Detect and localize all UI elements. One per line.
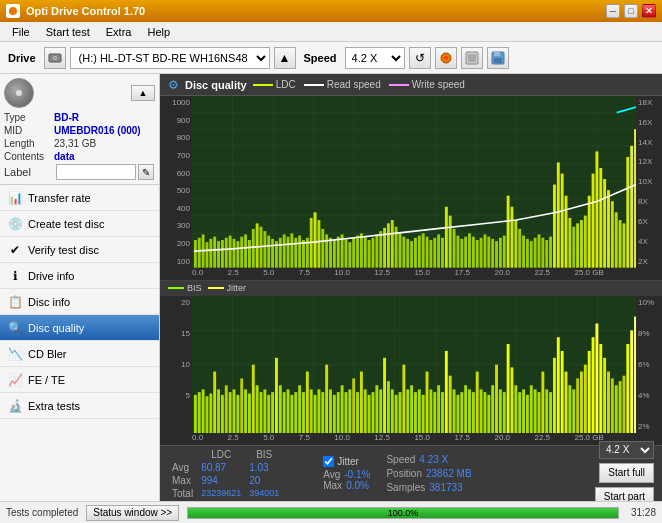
svg-rect-217	[410, 385, 413, 433]
save-button[interactable]	[487, 47, 509, 69]
svg-rect-117	[526, 239, 529, 268]
chart-legend: LDC Read speed Write speed	[253, 79, 465, 90]
minimize-button[interactable]: ─	[606, 4, 620, 18]
svg-rect-46	[252, 229, 255, 268]
sidebar-item-transfer-rate-label: Transfer rate	[28, 192, 91, 204]
disc-icon	[4, 78, 34, 108]
max-row-label: Max	[168, 474, 197, 487]
sidebar-item-disc-info[interactable]: 📋 Disc info	[0, 289, 159, 315]
status-window-button[interactable]: Status window >>	[86, 505, 179, 521]
upper-chart	[192, 96, 636, 268]
svg-rect-204	[360, 371, 363, 433]
svg-rect-173	[240, 378, 243, 433]
svg-rect-223	[433, 392, 436, 433]
svg-rect-169	[225, 385, 228, 433]
jitter-checkbox[interactable]	[323, 456, 334, 467]
svg-rect-244	[514, 385, 517, 433]
y-axis-right-upper: 18X16X14X12X10X8X6X4X2X	[636, 96, 662, 268]
start-full-button[interactable]: Start full	[599, 463, 654, 483]
scan-button[interactable]	[461, 47, 483, 69]
sidebar-item-extra-tests[interactable]: 🔬 Extra tests	[0, 393, 159, 419]
menu-file[interactable]: File	[4, 24, 38, 40]
sidebar-item-drive-info[interactable]: ℹ Drive info	[0, 263, 159, 289]
svg-rect-101	[464, 237, 467, 268]
svg-rect-253	[549, 392, 552, 433]
svg-rect-252	[545, 389, 548, 433]
svg-rect-31	[194, 240, 197, 268]
chart-title: Disc quality	[185, 79, 247, 91]
svg-rect-96	[445, 207, 448, 268]
svg-rect-70	[345, 239, 348, 268]
svg-rect-66	[329, 238, 332, 268]
drive-label: Drive	[4, 52, 40, 64]
svg-rect-89	[418, 236, 421, 268]
svg-rect-141	[619, 220, 622, 268]
svg-rect-172	[236, 395, 239, 433]
svg-rect-77	[372, 238, 375, 268]
svg-rect-188	[298, 385, 301, 433]
speed-select-stats[interactable]: 4.2 X	[599, 441, 654, 459]
sidebar-item-transfer-rate[interactable]: 📊 Transfer rate	[0, 185, 159, 211]
svg-rect-215	[402, 364, 405, 433]
lower-chart	[192, 296, 636, 433]
svg-rect-136	[599, 168, 602, 268]
y-axis-left-upper: 1000900800700600500400300200100	[160, 96, 192, 268]
svg-rect-137	[603, 179, 606, 268]
disc-eject-btn[interactable]: ▲	[131, 85, 155, 101]
avg-row-label: Avg	[168, 461, 197, 474]
ldc-col-header: LDC	[197, 448, 245, 461]
samples-label: Samples	[386, 482, 425, 493]
speed-select[interactable]: 4.2 X	[345, 47, 405, 69]
svg-rect-179	[263, 389, 266, 433]
svg-rect-264	[592, 337, 595, 433]
bis-col-header: BIS	[245, 448, 283, 461]
menu-help[interactable]: Help	[139, 24, 178, 40]
svg-rect-81	[387, 223, 390, 267]
drive-icon-btn[interactable]	[44, 47, 66, 69]
svg-rect-242	[507, 344, 510, 433]
refresh-button[interactable]: ↺	[409, 47, 431, 69]
jitter-section: Jitter Avg -0.1% Max 0.0%	[323, 456, 370, 491]
svg-rect-174	[244, 389, 247, 433]
start-part-button[interactable]: Start part	[595, 487, 654, 502]
menu-extra[interactable]: Extra	[98, 24, 140, 40]
svg-rect-120	[538, 234, 541, 267]
svg-rect-42	[236, 241, 239, 268]
svg-rect-258	[568, 385, 571, 433]
maximize-button[interactable]: □	[624, 4, 638, 18]
sidebar-item-fe-te[interactable]: 📈 FE / TE	[0, 367, 159, 393]
svg-rect-225	[441, 392, 444, 433]
svg-rect-275	[634, 316, 636, 433]
sidebar-item-disc-quality[interactable]: 🔍 Disc quality	[0, 315, 159, 341]
label-save-btn[interactable]: ✎	[138, 164, 154, 180]
menu-bar: File Start test Extra Help	[0, 22, 662, 42]
label-input[interactable]	[56, 164, 136, 180]
svg-rect-192	[314, 395, 317, 433]
eject-button[interactable]: ▲	[274, 47, 296, 69]
menu-start-test[interactable]: Start test	[38, 24, 98, 40]
cd-bler-icon: 📉	[8, 347, 22, 361]
sidebar-item-create-test-disc[interactable]: 💿 Create test disc	[0, 211, 159, 237]
fe-te-icon: 📈	[8, 373, 22, 387]
ldc-avg: 60.87	[197, 461, 245, 474]
svg-rect-82	[391, 220, 394, 268]
read-speed-legend-color	[304, 84, 324, 86]
svg-rect-265	[595, 323, 598, 433]
svg-rect-107	[487, 237, 490, 268]
verify-test-disc-icon: ✔	[8, 243, 22, 257]
svg-rect-38	[221, 240, 224, 268]
bis-legend-label: BIS	[187, 283, 202, 293]
progress-text: 100.0%	[188, 508, 618, 518]
sidebar-item-verify-test-disc[interactable]: ✔ Verify test disc	[0, 237, 159, 263]
sidebar-item-cd-bler[interactable]: 📉 CD Bler	[0, 341, 159, 367]
svg-rect-135	[595, 151, 598, 267]
close-button[interactable]: ✕	[642, 4, 656, 18]
drive-select[interactable]: (H:) HL-DT-ST BD-RE WH16NS48 1.D3	[70, 47, 270, 69]
jitter-avg: -0.1%	[344, 469, 370, 480]
burn-button[interactable]	[435, 47, 457, 69]
stats-bar: LDC BIS Avg 60.87 1.03 Max 994 20 Total …	[160, 445, 662, 501]
y-axis-left-lower: 2015105	[160, 296, 192, 433]
svg-rect-245	[518, 392, 521, 433]
svg-rect-167	[217, 389, 220, 433]
svg-rect-213	[395, 395, 398, 433]
